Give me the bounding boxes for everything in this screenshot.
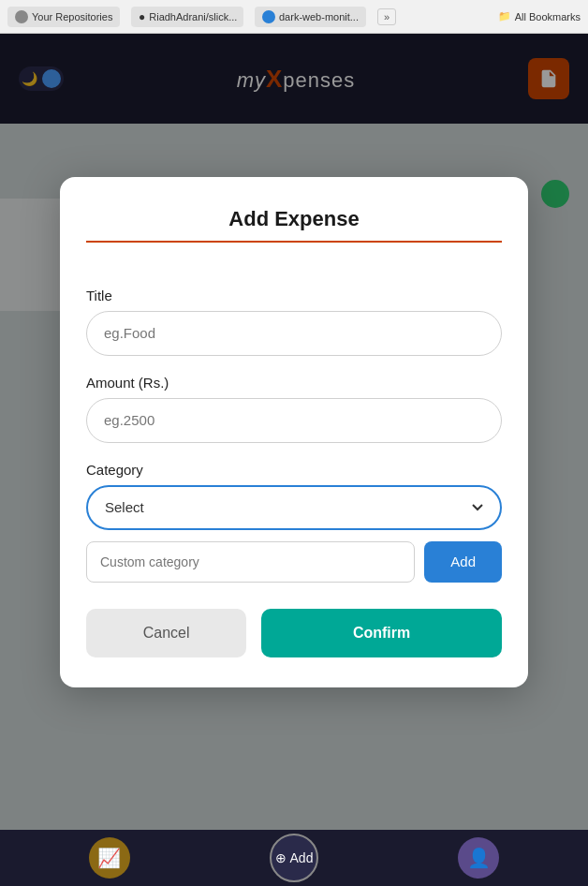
stats-icon-wrap: 📈: [89, 837, 130, 879]
add-category-button[interactable]: Add: [424, 541, 502, 583]
nav-stats[interactable]: 📈: [89, 837, 130, 879]
github-icon: ●: [139, 10, 145, 23]
profile-icon-wrap: 👤: [458, 837, 499, 879]
nav-add[interactable]: ⊕ Add: [270, 834, 318, 882]
bookmarks-section: 📁 All Bookmarks: [498, 10, 581, 22]
tab-riadh[interactable]: ● RiadhAdrani/slick...: [131, 7, 243, 27]
amount-field-group: Amount (Rs.): [86, 375, 502, 443]
globe-icon: [262, 10, 275, 23]
add-expense-modal: Add Expense Title Amount (Rs.) Category …: [60, 177, 528, 687]
modal-title: Add Expense: [86, 207, 502, 243]
stats-icon: 📈: [97, 847, 121, 869]
amount-label: Amount (Rs.): [86, 375, 502, 391]
bookmarks-label: All Bookmarks: [515, 11, 581, 22]
title-input[interactable]: [86, 311, 502, 356]
category-field-group: Category Select Food Transport Entertain…: [86, 462, 502, 583]
modal-actions: Cancel Confirm: [86, 609, 502, 657]
nav-profile[interactable]: 👤: [458, 837, 499, 879]
tab-riadh-label: RiadhAdrani/slick...: [149, 11, 237, 22]
custom-category-row: Add: [86, 541, 502, 583]
tab-dark-web[interactable]: dark-web-monit...: [255, 7, 366, 27]
tab-your-repos[interactable]: Your Repositories: [7, 7, 120, 27]
bottom-nav: 📈 ⊕ Add 👤: [0, 830, 588, 886]
more-tabs-button[interactable]: »: [377, 8, 396, 25]
category-select[interactable]: Select Food Transport Entertainment Bill…: [86, 485, 502, 530]
add-nav-button[interactable]: ⊕ Add: [270, 834, 318, 882]
confirm-button[interactable]: Confirm: [261, 609, 502, 657]
amount-input[interactable]: [86, 398, 502, 443]
custom-category-input[interactable]: [86, 541, 415, 583]
tab-dark-web-label: dark-web-monit...: [279, 11, 359, 22]
browser-bar: Your Repositories ● RiadhAdrani/slick...…: [0, 0, 588, 34]
profile-icon: 👤: [467, 847, 491, 869]
modal-overlay: Add Expense Title Amount (Rs.) Category …: [0, 34, 588, 830]
category-label: Category: [86, 462, 502, 478]
add-nav-label: Add: [290, 850, 314, 865]
folder-icon: 📁: [498, 10, 511, 22]
repos-icon: [15, 10, 28, 23]
title-field-group: Title: [86, 288, 502, 356]
tab-your-repos-label: Your Repositories: [32, 11, 112, 22]
title-label: Title: [86, 288, 502, 303]
cancel-button[interactable]: Cancel: [86, 609, 246, 657]
add-nav-icon: ⊕: [275, 850, 287, 865]
